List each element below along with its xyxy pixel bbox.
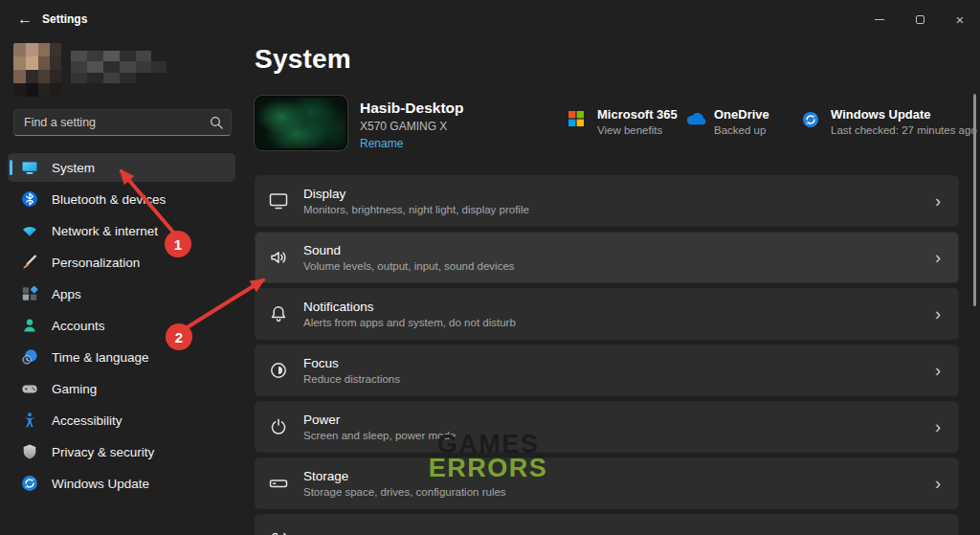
chevron-right-icon: ›: [935, 248, 941, 268]
device-model: X570 GAMING X: [360, 120, 464, 133]
status-microsoft365[interactable]: Microsoft 365 View benefits: [568, 107, 678, 136]
focus-icon: [267, 359, 290, 382]
chevron-right-icon: ›: [935, 417, 941, 437]
person-icon: [21, 317, 38, 334]
minimize-icon: [875, 19, 884, 20]
sidebar-item-label: Bluetooth & devices: [52, 192, 166, 207]
device-header: Hasib-Desktop X570 GAMING X Rename Micro…: [255, 96, 959, 151]
sidebar-item-accounts[interactable]: Accounts: [8, 311, 235, 340]
user-name-blurred: [71, 51, 167, 83]
row-subtitle: Alerts from apps and system, do not dist…: [303, 316, 516, 330]
chevron-right-icon: ›: [935, 474, 941, 494]
sidebar-item-label: Time & language: [52, 350, 149, 365]
status-title: Microsoft 365: [597, 107, 678, 122]
bell-icon: [267, 302, 290, 325]
display-icon: [267, 189, 290, 212]
bluetooth-icon: [21, 190, 38, 208]
sidebar-item-label: Gaming: [52, 382, 97, 396]
device-wallpaper-thumbnail: [255, 96, 347, 150]
row-title: Storage: [303, 468, 506, 484]
sidebar-nav: System Bluetooth & devices Network & int…: [8, 153, 235, 501]
onedrive-cloud-icon: [685, 111, 707, 129]
row-subtitle: Reduce distractions: [303, 372, 400, 387]
maximize-button[interactable]: [900, 0, 940, 38]
row-title: Notifications: [303, 299, 516, 315]
status-onedrive[interactable]: OneDrive Backed up: [685, 107, 769, 136]
close-button[interactable]: ×: [940, 0, 980, 38]
row-focus[interactable]: Focus Reduce distractions ›: [255, 345, 959, 396]
sidebar-item-time-language[interactable]: Time & language: [8, 343, 235, 371]
status-title: OneDrive: [714, 107, 769, 122]
row-subtitle: Monitors, brightness, night light, displ…: [303, 203, 529, 217]
row-title: Power: [303, 412, 456, 428]
shield-icon: [21, 443, 38, 460]
sidebar-item-label: Apps: [52, 287, 81, 301]
gamepad-icon: [21, 380, 38, 397]
brush-icon: [21, 254, 38, 271]
row-notifications[interactable]: Notifications Alerts from apps and syste…: [255, 288, 959, 340]
status-subtitle: View benefits: [597, 124, 678, 136]
titlebar: ← Settings ×: [0, 0, 980, 38]
chevron-right-icon: ›: [935, 304, 941, 324]
chevron-right-icon: ›: [935, 530, 941, 535]
microsoft-logo-icon: [568, 111, 584, 130]
chevron-right-icon: ›: [935, 191, 941, 212]
sidebar-item-label: System: [52, 161, 95, 175]
back-button[interactable]: ←: [13, 8, 36, 31]
nearby-sharing-icon: [267, 528, 290, 535]
status-subtitle: Last checked: 27 minutes ago: [831, 124, 977, 136]
row-power[interactable]: Power Screen and sleep, power mode ›: [255, 401, 959, 453]
sidebar-item-label: Accessibility: [52, 413, 122, 428]
row-subtitle: Storage space, drives, configuration rul…: [303, 485, 506, 500]
power-icon: [267, 415, 290, 438]
page-title: System: [255, 44, 351, 75]
sidebar-item-label: Personalization: [52, 256, 140, 270]
rename-link[interactable]: Rename: [360, 137, 464, 150]
status-windows-update[interactable]: Windows Update Last checked: 27 minutes …: [802, 107, 977, 136]
search-input[interactable]: [24, 116, 210, 129]
back-arrow-icon: ←: [17, 11, 33, 28]
maximize-icon: [916, 15, 924, 24]
windows-update-icon: [802, 111, 819, 132]
device-name: Hasib-Desktop: [360, 100, 464, 117]
row-sound[interactable]: Sound Volume levels, output, input, soun…: [255, 232, 959, 283]
row-nearby-sharing[interactable]: Nearby sharing ›: [255, 514, 959, 535]
window-title: Settings: [42, 12, 87, 26]
settings-list: Display Monitors, brightness, night ligh…: [255, 175, 959, 535]
storage-drive-icon: [267, 472, 290, 495]
apps-icon: [21, 285, 38, 302]
sound-icon: [267, 246, 290, 269]
sidebar-item-label: Accounts: [52, 319, 105, 333]
sidebar-item-accessibility[interactable]: Accessibility: [8, 406, 235, 435]
row-subtitle: Screen and sleep, power mode: [303, 429, 456, 443]
update-icon: [21, 475, 38, 492]
sidebar-item-system[interactable]: System: [8, 153, 235, 182]
system-icon: [21, 159, 38, 176]
sidebar-item-gaming[interactable]: Gaming: [8, 374, 235, 403]
minimize-button[interactable]: [859, 0, 900, 38]
status-title: Windows Update: [831, 107, 977, 122]
row-display[interactable]: Display Monitors, brightness, night ligh…: [255, 175, 959, 227]
sidebar-item-label: Privacy & security: [52, 445, 154, 459]
avatar: [13, 43, 61, 97]
sidebar: System Bluetooth & devices Network & int…: [0, 38, 244, 535]
sidebar-item-network-internet[interactable]: Network & internet: [8, 216, 235, 245]
accessibility-person-icon: [21, 412, 38, 429]
scrollbar-thumb[interactable]: [973, 94, 976, 306]
row-subtitle: Volume levels, output, input, sound devi…: [303, 259, 515, 274]
sidebar-item-bluetooth-devices[interactable]: Bluetooth & devices: [8, 185, 235, 213]
row-title: Focus: [303, 355, 400, 371]
sidebar-item-privacy-security[interactable]: Privacy & security: [8, 437, 235, 466]
search-icon: [210, 116, 223, 129]
close-icon: ×: [956, 12, 965, 27]
sidebar-item-apps[interactable]: Apps: [8, 279, 235, 308]
chevron-right-icon: ›: [935, 361, 941, 381]
sidebar-item-label: Windows Update: [52, 477, 149, 491]
sidebar-item-windows-update[interactable]: Windows Update: [8, 469, 235, 498]
sidebar-item-personalization[interactable]: Personalization: [8, 248, 235, 277]
sidebar-item-label: Network & internet: [52, 224, 158, 238]
search-box[interactable]: [13, 109, 232, 136]
row-storage[interactable]: Storage Storage space, drives, configura…: [255, 457, 959, 509]
wifi-icon: [21, 222, 38, 239]
row-title: Display: [303, 186, 529, 202]
